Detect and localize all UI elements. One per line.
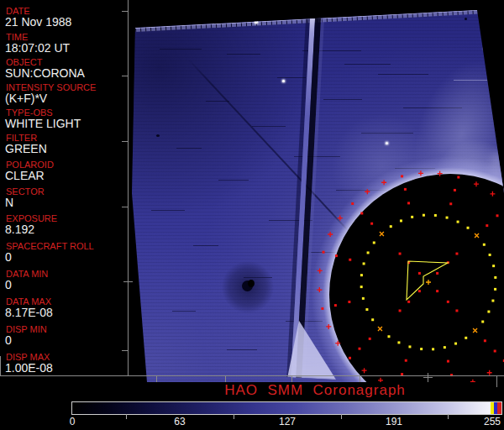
colorbar-tick [341, 414, 342, 419]
y-axis-line [128, 0, 129, 375]
colorbar-tick [234, 414, 234, 419]
field-label: SPACECRAFT ROLL [6, 241, 94, 251]
colorbar-tick [126, 414, 127, 419]
image-title: HAO SMM Coronagraph [126, 382, 504, 399]
field-value: 8.192 [5, 223, 34, 236]
x-axis-tick [225, 376, 226, 382]
field-value: 0 [5, 333, 12, 347]
y-axis-tick [122, 11, 128, 12]
y-axis-plus [128, 277, 129, 286]
field-value: 18:07:02 UT [5, 41, 70, 55]
x-axis-tick [291, 376, 292, 382]
colorbar-tick-label: 127 [279, 416, 296, 427]
field-label: DATA MIN [6, 269, 48, 279]
coronagraph-image-canvas[interactable] [126, 0, 504, 382]
y-axis-tick [122, 141, 128, 142]
field-value: 0 [5, 278, 12, 291]
colorbar-tick [448, 414, 449, 419]
x-axis-tick [156, 376, 157, 382]
field-value: SUN:CORONA [5, 66, 85, 80]
metadata-panel: DATE21 Nov 1988TIME18:07:02 UTOBJECTSUN:… [0, 0, 126, 375]
colorbar-tick-label: 0 [70, 416, 76, 427]
coronagraph-viewer-window: DATE21 Nov 1988TIME18:07:02 UTOBJECTSUN:… [0, 0, 504, 430]
x-axis-line [0, 375, 504, 376]
colorbar-tick-label: 63 [174, 416, 185, 427]
field-label: DISP MIN [6, 324, 47, 334]
field-value: N [5, 196, 13, 209]
field-value: GREEN [5, 142, 47, 155]
field-value: 8.17E-08 [5, 306, 53, 319]
field-value: WHITE LIGHT [5, 117, 81, 130]
region-polygon [407, 261, 448, 300]
y-axis-tick [122, 207, 128, 207]
field-value: 21 Nov 1988 [5, 15, 71, 29]
frame-left-edge [0, 356, 1, 375]
x-axis-plus [428, 373, 428, 382]
field-value: 1.00E-08 [5, 361, 53, 375]
field-value: (K+F)*V [5, 92, 47, 105]
colorbar-tick-label: 255 [484, 416, 501, 427]
y-axis-tick [122, 350, 128, 351]
fiducial-overlay [126, 0, 504, 382]
y-axis-tick [122, 76, 128, 76]
field-value: CLEAR [5, 169, 45, 182]
field-value: 0 [5, 250, 12, 264]
colorbar-tick-label: 191 [386, 416, 402, 427]
x-axis-tick [360, 376, 360, 382]
intensity-colorbar [71, 401, 502, 415]
